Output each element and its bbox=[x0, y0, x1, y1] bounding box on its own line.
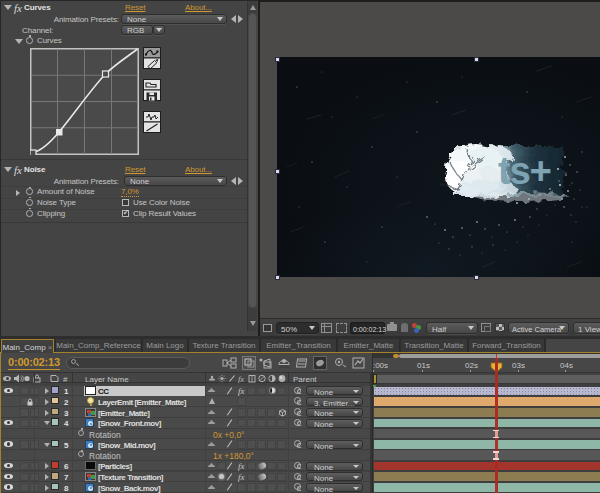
svg-text:#: # bbox=[63, 375, 68, 384]
svg-text:fx: fx bbox=[238, 374, 244, 383]
